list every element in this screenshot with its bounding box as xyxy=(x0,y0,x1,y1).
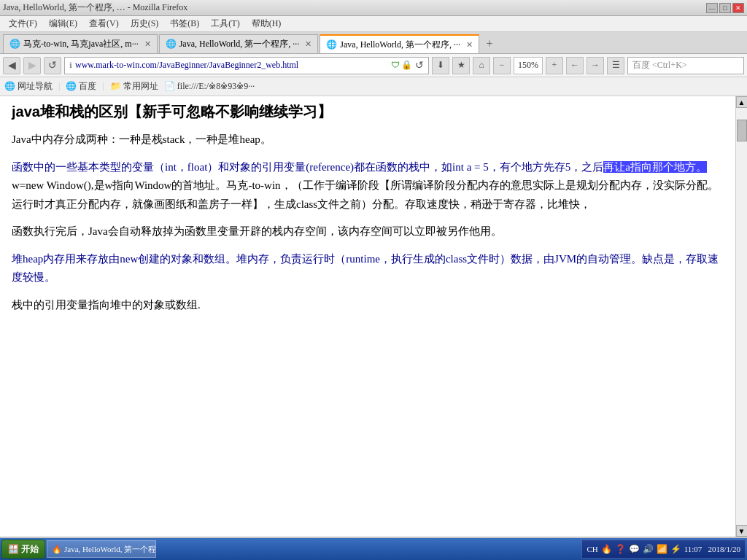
menu-bookmarks[interactable]: 书签(B) xyxy=(164,16,205,31)
p2-link-text[interactable]: 函数中的一些基本类型的变量（int，float）和对象的引用变量(referen… xyxy=(12,161,603,173)
p1-text: Java中内存分成两种：一种是栈stack，一种是堆heap。 xyxy=(12,133,271,145)
homebar-button[interactable]: ⌂ xyxy=(473,57,490,74)
scrollbar-right[interactable]: ▲ ▼ xyxy=(735,96,747,537)
window-controls[interactable]: — □ ✕ xyxy=(706,3,744,13)
bookmark-nav[interactable]: 🌐 网址导航 xyxy=(4,80,53,93)
menu-file[interactable]: 文件(F) xyxy=(3,16,43,31)
address-bar[interactable]: ℹ www.mark-to-win.com/JavaBeginner/JavaB… xyxy=(64,57,429,74)
tray-speaker-icon: 🔊 xyxy=(643,544,654,555)
paragraph-5: 栈中的引用变量指向堆中的对象或数组. xyxy=(12,296,724,315)
taskbar-item-icon: 🔥 xyxy=(52,545,62,554)
bookmark-common-icon: 📁 xyxy=(110,81,121,92)
tab-favicon-2: 🌐 xyxy=(326,39,337,50)
url-text: www.mark-to-win.com/JavaBeginner/JavaBeg… xyxy=(75,60,390,71)
content-wrapper: java堆和栈的区别【新手可忽略不影响继续学习】 Java中内存分成两种：一种是… xyxy=(0,96,747,537)
menu-button[interactable]: ☰ xyxy=(607,57,624,74)
start-button[interactable]: 🪟 开始 xyxy=(1,540,45,559)
tray-ch: CH xyxy=(587,545,597,553)
title-bar: Java, HelloWorld, 第一个程序, … - Mozilla Fir… xyxy=(0,0,747,16)
security-shield-icon: 🛡 xyxy=(391,60,400,71)
window-title: Java, HelloWorld, 第一个程序, … - Mozilla Fir… xyxy=(3,1,187,14)
tab-0[interactable]: 🌐 马克-to-win, 马克java社区, m··· ✕ xyxy=(3,34,158,53)
address-info-icon: ℹ xyxy=(69,61,72,69)
p5-text: 栈中的引用变量指向堆中的对象或数组. xyxy=(12,299,201,311)
bookmark-file-label: file:///E:/※8※93※9··· xyxy=(177,81,255,92)
paragraph-1: Java中内存分成两种：一种是栈stack，一种是堆heap。 xyxy=(12,131,724,149)
tray-network-icon: 📶 xyxy=(657,544,667,555)
p2-normal: w=new Window(),是w指向Window的首地址。马克-to-win，… xyxy=(12,179,719,210)
bookmark-file[interactable]: 📄 file:///E:/※8※93※9··· xyxy=(164,81,255,92)
reload-button[interactable]: ↺ xyxy=(44,57,61,74)
tab-favicon-1: 🌐 xyxy=(166,39,177,50)
tab-close-2[interactable]: ✕ xyxy=(466,40,473,50)
download-button[interactable]: ⬇ xyxy=(432,57,449,74)
minimize-button[interactable]: — xyxy=(706,3,718,13)
p4-link-text[interactable]: 堆heap内存用来存放由new创建的对象和数组。堆内存，负责运行时（runtim… xyxy=(12,253,719,284)
bookmark-common-label: 常用网址 xyxy=(123,80,158,93)
bm-sep-1: | xyxy=(58,81,60,92)
page-title: java堆和栈的区别【新手可忽略不影响继续学习】 xyxy=(12,102,724,122)
tray-chat-icon: 💬 xyxy=(629,544,640,555)
start-label: 开始 xyxy=(21,543,39,556)
bookmark-file-icon: 📄 xyxy=(164,81,175,92)
tab-label-1: Java, HelloWorld, 第一个程序, ··· xyxy=(179,38,300,50)
plus-zoom-button[interactable]: + xyxy=(546,57,563,74)
menu-tools[interactable]: 工具(T) xyxy=(205,16,245,31)
taskbar: 🪟 开始 🔥 Java, HelloWorld, 第一个程序,··· CH 🔥 … xyxy=(0,538,747,560)
menu-history[interactable]: 历史(S) xyxy=(125,16,165,31)
start-icon: 🪟 xyxy=(8,544,19,555)
bookmark-baidu[interactable]: 🌐 百度 xyxy=(66,80,96,93)
zoom-level: 150% xyxy=(514,57,543,74)
address-refresh-button[interactable]: ↺ xyxy=(415,59,424,71)
bookmark-nav-icon: 🌐 xyxy=(4,81,15,92)
tray-browser-icon: 🔥 xyxy=(601,544,612,555)
tab-2[interactable]: 🌐 Java, HelloWorld, 第一个程序, ··· ✕ xyxy=(320,34,479,53)
tab-bar: 🌐 马克-to-win, 马克java社区, m··· ✕ 🌐 Java, He… xyxy=(0,32,747,54)
forward-button[interactable]: ▶ xyxy=(23,57,41,74)
new-tab-button[interactable]: + xyxy=(481,34,498,53)
bookmark-star-button[interactable]: ★ xyxy=(452,57,470,74)
restore-button[interactable]: □ xyxy=(719,3,731,13)
tab-label-0: 马克-to-win, 马克java社区, m··· xyxy=(23,38,139,50)
scroll-up-button[interactable]: ▲ xyxy=(736,96,748,108)
paragraph-2: 函数中的一些基本类型的变量（int，float）和对象的引用变量(referen… xyxy=(12,158,724,214)
tab-favicon-0: 🌐 xyxy=(9,39,20,50)
menu-view[interactable]: 查看(V) xyxy=(83,16,125,31)
menu-edit[interactable]: 编辑(E) xyxy=(43,16,83,31)
system-tray: CH 🔥 ❓ 💬 🔊 📶 ⚡ 11:07 2018/1/20 xyxy=(581,540,746,559)
tab-label-2: Java, HelloWorld, 第一个程序, ··· xyxy=(340,39,460,51)
search-bar[interactable]: 百度 <Ctrl+K> xyxy=(627,57,744,74)
tray-battery-icon: ⚡ xyxy=(670,544,681,555)
back-nav-button[interactable]: ← xyxy=(566,57,584,74)
menu-help[interactable]: 帮助(H) xyxy=(246,16,287,31)
bookmark-baidu-icon: 🌐 xyxy=(66,81,77,92)
back-button[interactable]: ◀ xyxy=(3,57,20,74)
tab-close-0[interactable]: ✕ xyxy=(144,39,151,49)
close-button[interactable]: ✕ xyxy=(732,3,744,13)
menu-bar: 文件(F) 编辑(E) 查看(V) 历史(S) 书签(B) 工具(T) 帮助(H… xyxy=(0,16,747,32)
paragraph-3: 函数执行完后，Java会自动释放掉为函数里变量开辟的栈内存空间，该内存空间可以立… xyxy=(12,222,724,241)
taskbar-item-label: Java, HelloWorld, 第一个程序,··· xyxy=(64,544,156,555)
minus-zoom-button[interactable]: − xyxy=(493,57,511,74)
search-placeholder: 百度 <Ctrl+K> xyxy=(632,59,739,71)
scroll-thumb[interactable] xyxy=(737,120,747,141)
bookmark-baidu-label: 百度 xyxy=(79,80,96,93)
taskbar-item-browser[interactable]: 🔥 Java, HelloWorld, 第一个程序,··· xyxy=(47,540,156,558)
bookmark-common[interactable]: 📁 常用网址 xyxy=(110,80,158,93)
tray-date: 2018/1/20 xyxy=(708,545,740,553)
nav-bar: ◀ ▶ ↺ ℹ www.mark-to-win.com/JavaBeginner… xyxy=(0,54,747,77)
tab-close-1[interactable]: ✕ xyxy=(305,39,311,49)
tab-1[interactable]: 🌐 Java, HelloWorld, 第一个程序, ··· ✕ xyxy=(159,34,319,53)
bookmarks-bar: 🌐 网址导航 | 🌐 百度 | 📁 常用网址 📄 file:///E:/※8※9… xyxy=(0,77,747,96)
bookmark-nav-label: 网址导航 xyxy=(18,80,53,93)
scroll-down-button[interactable]: ▼ xyxy=(736,525,748,537)
tray-time: 11:07 xyxy=(684,545,703,553)
p2-highlight: 再让a指向那个地方。 xyxy=(603,161,707,173)
paragraph-4: 堆heap内存用来存放由new创建的对象和数组。堆内存，负责运行时（runtim… xyxy=(12,250,724,287)
forward-nav-button[interactable]: → xyxy=(587,57,604,74)
bm-sep-2: | xyxy=(102,81,104,92)
main-content: java堆和栈的区别【新手可忽略不影响继续学习】 Java中内存分成两种：一种是… xyxy=(0,96,735,537)
ssl-icon: 🔒 xyxy=(401,60,412,71)
p3-text: 函数执行完后，Java会自动释放掉为函数里变量开辟的栈内存空间，该内存空间可以立… xyxy=(12,225,502,237)
tray-question-icon: ❓ xyxy=(615,544,626,555)
